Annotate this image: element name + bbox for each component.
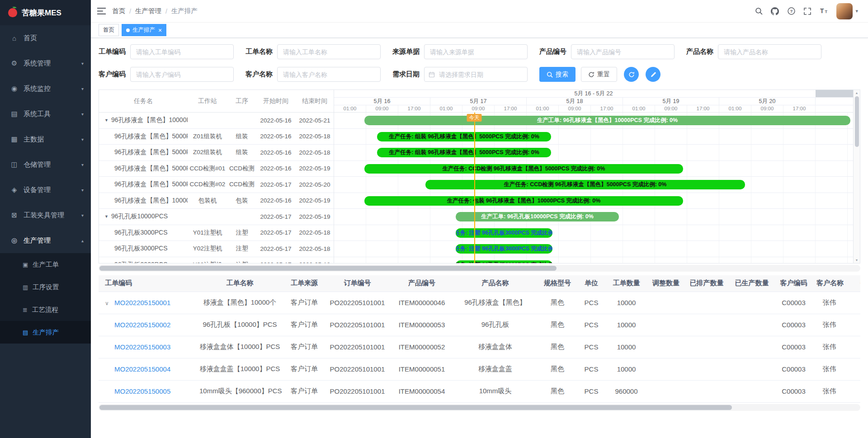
- sidebar-subitem-0[interactable]: ▣ 生产工单: [0, 253, 91, 276]
- avatar[interactable]: [836, 3, 853, 19]
- breadcrumb-item[interactable]: 首页: [112, 7, 125, 15]
- search-icon[interactable]: [750, 0, 767, 23]
- orders-col-header[interactable]: 订单编号: [325, 275, 390, 292]
- order-code-link[interactable]: MO202205150002: [114, 321, 170, 329]
- gantt-task-row[interactable]: ▼96孔孔板10000PCS 2022-05-17 2022-05-19: [99, 209, 334, 225]
- order-row[interactable]: ∨ MO20220515000296孔孔板【10000】PCS客户订单PO202…: [99, 314, 860, 336]
- reset-button[interactable]: 重置: [581, 67, 617, 82]
- orders-col-header[interactable]: 工单数量: [605, 275, 648, 292]
- expand-icon[interactable]: ∨: [105, 300, 109, 306]
- text-input[interactable]: [277, 44, 381, 59]
- order-row[interactable]: ∨ MO20220515000510mm吸头【960000】PCS客户订单PO2…: [99, 380, 860, 402]
- adjust-button[interactable]: [646, 67, 660, 82]
- gantt-task-row[interactable]: 96孔孔板3000PCS Y03注塑机 注塑 2022-05-17 2022-0…: [99, 257, 334, 264]
- order-code-link[interactable]: MO202205150005: [114, 387, 170, 395]
- gantt-vertical-scrollbar[interactable]: ▲ ▼: [853, 90, 860, 263]
- sidebar-item-6[interactable]: ◈ 设备管理 ▾: [0, 177, 91, 203]
- orders-horizontal-scrollbar[interactable]: [99, 404, 860, 411]
- gantt-task-row[interactable]: 96孔孔板3000PCS Y02注塑机 注塑 2022-05-17 2022-0…: [99, 241, 334, 257]
- orders-col-header[interactable]: 工单编码: [99, 275, 196, 292]
- date-input[interactable]: [424, 67, 528, 82]
- gantt-task-row[interactable]: 96孔孔板3000PCS Y01注塑机 注塑 2022-05-17 2022-0…: [99, 225, 334, 241]
- orders-col-header[interactable]: 产品编号: [390, 275, 453, 292]
- orders-col-header[interactable]: 已生产数量: [729, 275, 774, 292]
- gantt-task-row[interactable]: 96孔移液盒【黑色】10000PCS 包装机 包装 2022-05-16 202…: [99, 193, 334, 209]
- font-size-icon[interactable]: TT: [816, 0, 832, 23]
- timeline-hour: 01:00: [719, 105, 751, 112]
- order-code-link[interactable]: MO202205150001: [114, 299, 170, 306]
- gantt-bar[interactable]: 生产任务: 注塑 96孔孔板3000PCS 完成比例: 0%: [456, 244, 552, 254]
- text-input[interactable]: [130, 67, 234, 82]
- orders-col-header[interactable]: 工单来源: [284, 275, 325, 292]
- sidebar-item-8[interactable]: ◎ 生产管理 ▴: [0, 228, 91, 253]
- search-button[interactable]: 搜索: [539, 67, 576, 82]
- order-code-link[interactable]: MO202205150003: [114, 343, 170, 351]
- orders-col-header[interactable]: 工单名称: [196, 275, 284, 292]
- text-input[interactable]: [718, 44, 821, 59]
- breadcrumb-item[interactable]: 生产管理: [135, 7, 161, 15]
- sidebar-subitem-1[interactable]: ▥ 工序设置: [0, 276, 91, 298]
- gantt-bar[interactable]: 生产工单: 96孔移液盒【黑色】10000PCS 完成比例: 0%: [364, 116, 850, 125]
- fullscreen-icon[interactable]: [799, 0, 816, 23]
- orders-col-header[interactable]: 调整数量: [648, 275, 684, 292]
- order-code-link[interactable]: MO202205150004: [114, 365, 170, 373]
- refresh-button[interactable]: [624, 67, 639, 82]
- scroll-thumb[interactable]: [99, 405, 732, 410]
- order-row[interactable]: ∨ MO202205150004移液盒盒盖【10000】PCS客户订单PO202…: [99, 358, 860, 380]
- menu-icon: ◎: [10, 236, 19, 245]
- hamburger-icon[interactable]: [97, 7, 106, 15]
- gantt-task-row[interactable]: 96孔移液盒【黑色】5000PCS Z02组装机 组装 2022-05-16 2…: [99, 145, 334, 161]
- sidebar-item-3[interactable]: ▤ 系统工具 ▾: [0, 101, 91, 127]
- orders-col-header[interactable]: 产品名称: [453, 275, 537, 292]
- gantt-bar[interactable]: 生产任务: 组装 96孔移液盒【黑色】5000PCS 完成比例: 0%: [377, 132, 551, 141]
- sidebar-item-7[interactable]: ⊠ 工装夹具管理 ▾: [0, 203, 91, 228]
- sidebar-item-1[interactable]: ⚙ 系统管理 ▾: [0, 51, 91, 76]
- gantt-task-row[interactable]: 96孔移液盒【黑色】5000PCS Z01组装机 组装 2022-05-16 2…: [99, 129, 334, 145]
- app-logo[interactable]: 苦糖果MES: [0, 0, 91, 25]
- gantt-bar[interactable]: 生产任务: 包装 96孔移液盒【黑色】10000PCS 完成比例: 0%: [364, 196, 683, 206]
- collapse-icon[interactable]: ▼: [104, 214, 108, 219]
- sidebar-subitem-3[interactable]: ▤ 生产排产: [0, 321, 91, 344]
- text-input[interactable]: [277, 67, 381, 82]
- order-row[interactable]: ∨ MO202205150001移液盒【黑色】10000个客户订单PO20220…: [99, 292, 860, 314]
- close-icon[interactable]: ×: [158, 27, 162, 33]
- sidebar-item-2[interactable]: ◉ 系统监控 ▾: [0, 76, 91, 101]
- scroll-down-icon[interactable]: ▼: [855, 259, 859, 262]
- order-row[interactable]: ∨ MO202205150003移液盒盒体【10000】PCS客户订单PO202…: [99, 336, 860, 358]
- sidebar-subitem-2[interactable]: ≣ 工艺流程: [0, 298, 91, 321]
- tab-0[interactable]: 首页: [99, 24, 119, 36]
- gantt-bar[interactable]: 生产工单: 96孔孔板10000PCS 完成比例: 0%: [456, 212, 619, 221]
- user-menu[interactable]: ▾: [836, 3, 858, 19]
- tab-1[interactable]: 生产排产 ×: [122, 24, 166, 36]
- orders-col-header[interactable]: 客户名称: [813, 275, 846, 292]
- gantt-horizontal-scrollbar[interactable]: [99, 265, 860, 272]
- gantt-task-row[interactable]: ▼96孔移液盒【黑色】10000PCS 2022-05-16 2022-05-2…: [99, 113, 334, 129]
- gantt-task-row[interactable]: 96孔移液盒【黑色】5000PCS CCD检测#02 CCD检测 2022-05…: [99, 177, 334, 193]
- task-station: Z01组装机: [188, 132, 227, 141]
- sidebar-item-0[interactable]: ⌂ 首页: [0, 25, 91, 51]
- sidebar-item-5[interactable]: ◫ 仓储管理 ▾: [0, 152, 91, 177]
- today-line: [474, 113, 475, 263]
- sidebar-item-4[interactable]: ▦ 主数据 ▾: [0, 127, 91, 152]
- orders-col-header[interactable]: 客户编码: [774, 275, 813, 292]
- orders-col-header[interactable]: 需求日期: [846, 275, 860, 292]
- github-icon[interactable]: [767, 0, 783, 23]
- gantt-bar[interactable]: 生产任务: CCD检测 96孔移液盒【黑色】5000PCS 完成比例: 0%: [425, 180, 745, 189]
- order-cell: [648, 380, 684, 402]
- gantt-bar[interactable]: 生产任务: 注塑 96孔孔板3000PCS 完成比例: 0%: [456, 228, 552, 238]
- gantt-bar[interactable]: 生产任务: CCD检测 96孔移液盒【黑色】5000PCS 完成比例: 0%: [364, 164, 683, 174]
- scroll-up-icon[interactable]: ▲: [855, 91, 859, 94]
- scroll-thumb[interactable]: [99, 266, 557, 271]
- text-input[interactable]: [130, 44, 234, 59]
- orders-col-header[interactable]: 规格型号: [537, 275, 578, 292]
- gantt-bar[interactable]: 生产任务: 组装 96孔移液盒【黑色】5000PCS 完成比例: 0%: [377, 148, 551, 157]
- orders-col-header[interactable]: 单位: [578, 275, 605, 292]
- collapse-icon[interactable]: ▼: [104, 118, 108, 122]
- gantt-bar[interactable]: 生产任务: 注塑 96孔孔板3000PCS 完成比例: 0%: [456, 260, 552, 264]
- gantt-task-row[interactable]: 96孔移液盒【黑色】5000PCS CCD检测#01 CCD检测 2022-05…: [99, 161, 334, 177]
- scroll-thumb[interactable]: [855, 96, 859, 147]
- text-input[interactable]: [571, 44, 675, 59]
- orders-col-header[interactable]: 已排产数量: [684, 275, 729, 292]
- help-icon[interactable]: ?: [783, 0, 799, 23]
- text-input[interactable]: [424, 44, 528, 59]
